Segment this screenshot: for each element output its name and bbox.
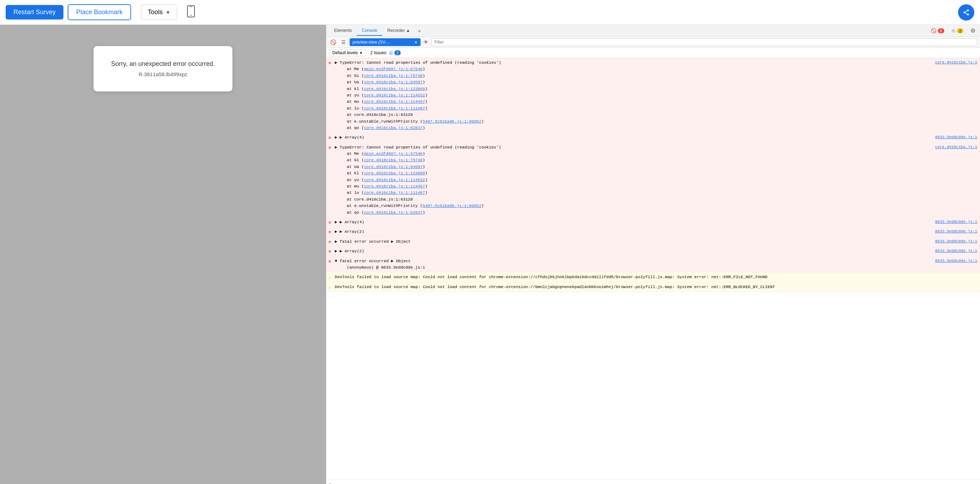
tab-elements[interactable]: Elements [329, 26, 357, 36]
console-file-link[interactable]: core.d416c1ba.js:1:123009 [364, 86, 425, 91]
console-line: ▶ TypeError: Cannot read properties of u… [335, 144, 977, 151]
console-line: at e.unstable_runWithPriority (5497.5c01… [335, 203, 977, 209]
console-file-link[interactable]: core.d416c1ba.js:1:114532 [364, 178, 425, 182]
console-file-link[interactable]: core.d416c1ba.js:1:84597 [364, 80, 423, 84]
issues-badge: 2 Issues: 🛈 2 [370, 50, 401, 56]
issues-count-badge: 2 [395, 50, 401, 55]
console-file-link[interactable]: core.d416c1ba.js:1:111487 [364, 190, 425, 195]
console-file-link[interactable]: core.d416c1ba.js:1:84597 [364, 164, 423, 169]
source-link[interactable]: 8633.5eddc0de.js:1 [935, 219, 977, 225]
context-arrow-icon: ▼ [414, 40, 418, 44]
console-line: at kl (core.d416c1ba.js:1:123009) [335, 170, 977, 177]
restart-survey-button[interactable]: Restart Survey [6, 5, 64, 19]
error-entry-icon: ⊗ [328, 248, 331, 256]
svg-line-7 [964, 13, 968, 14]
source-link[interactable]: 8633.5eddc0de.js:1 [935, 239, 977, 245]
error-icon: 🚫 [931, 28, 936, 33]
console-line: at lu (core.d416c1ba.js:1:111487) [335, 189, 977, 196]
console-file-link[interactable]: 5497.5c01ba0b.js:1:90952 [423, 204, 482, 208]
console-file-link[interactable]: core.d416c1ba.js:1:75740 [364, 158, 423, 162]
devtools-panel: Elements Console Recorder ▲ » 🚫 8 ⚠ 2 ⚙ … [326, 25, 980, 484]
console-entry: ⊗8633.5eddc0de.js:1▶ ▶ Array(4) [326, 218, 980, 227]
source-link[interactable]: 8633.5eddc0de.js:1 [935, 134, 977, 141]
console-file-link[interactable]: core.d416c1ba.js:1:114457 [364, 184, 425, 188]
place-bookmark-button[interactable]: Place Bookmark [68, 4, 131, 20]
error-count: 8 [938, 28, 944, 33]
devtools-settings-icon[interactable]: ⚙ [969, 26, 977, 35]
console-line: at Me (main.ecdfd607.js:1:67546) [335, 66, 977, 72]
console-line: at qo (core.d416c1ba.js:1:62837) [335, 209, 977, 216]
tab-console[interactable]: Console [357, 26, 382, 36]
devtools-icons-right: 🚫 8 ⚠ 2 ⚙ [929, 26, 977, 35]
console-file-link[interactable]: core.d416c1ba.js:1:75740 [364, 73, 423, 78]
error-code: R.3811a58.lb499xpz [111, 71, 215, 77]
mobile-preview-icon[interactable] [187, 5, 195, 19]
warn-count: 2 [957, 28, 963, 33]
console-file-link[interactable]: main.ecdfd607.js:1:67546 [364, 151, 423, 156]
error-entry-icon: ⊗ [328, 239, 331, 246]
tab-more-icon[interactable]: » [415, 27, 424, 35]
error-card: Sorry, an unexpected error occurred. R.3… [94, 46, 233, 91]
survey-preview-area: Sorry, an unexpected error occurred. R.3… [0, 25, 326, 484]
warn-count-badge[interactable]: ⚠ 2 [950, 27, 965, 34]
issues-icon: 🛈 [389, 50, 393, 56]
console-line: DevTools failed to load source map: Coul… [335, 274, 977, 280]
source-link[interactable]: core.d416c1ba.js:1 [935, 144, 977, 151]
console-line: (anonymous) @ 8633.5eddc0de.js:1 [335, 264, 977, 271]
console-line: at yu (core.d416c1ba.js:1:114532) [335, 92, 977, 99]
console-line: at mu (core.d416c1ba.js:1:114457) [335, 183, 977, 189]
console-line: at yu (core.d416c1ba.js:1:114532) [335, 177, 977, 183]
svg-point-1 [191, 14, 192, 16]
context-label: preview-view (SV-... [353, 40, 390, 45]
chevron-down-icon: ▼ [165, 10, 170, 15]
svg-line-6 [964, 10, 968, 13]
source-link[interactable]: core.d416c1ba.js:1 [935, 59, 977, 66]
error-entry-icon: ⊗ [328, 258, 331, 266]
console-line: at qo (core.d416c1ba.js:1:62837) [335, 125, 977, 131]
tools-label: Tools [148, 8, 162, 16]
console-file-link[interactable]: core.d416c1ba.js:1:114532 [364, 93, 425, 97]
error-count-badge[interactable]: 🚫 8 [929, 27, 946, 34]
warn-icon: ⚠ [951, 28, 956, 33]
console-line: at Me (main.ecdfd607.js:1:67546) [335, 151, 977, 157]
source-link[interactable]: 8633.5eddc0de.js:1 [935, 258, 977, 264]
console-file-link[interactable]: 5497.5c01ba0b.js:1:90952 [423, 119, 482, 124]
console-line: at e.unstable_runWithPriority (5497.5c01… [335, 118, 977, 125]
tools-dropdown[interactable]: Tools ▼ [141, 5, 177, 20]
console-line: ▼ fatal error occurred ▶ Object [335, 258, 977, 264]
console-file-link[interactable]: core.d416c1ba.js:1:62837 [364, 210, 423, 215]
eye-icon[interactable]: 👁 [423, 39, 428, 45]
console-line: ▶ ▶ Array(4) [335, 134, 977, 141]
console-line: ▶ ▶ Array(2) [335, 229, 977, 235]
main-area: Sorry, an unexpected error occurred. R.3… [0, 25, 980, 484]
console-file-link[interactable]: core.d416c1ba.js:1:62837 [364, 126, 423, 130]
console-file-link[interactable]: core.d416c1ba.js:1:114457 [364, 99, 425, 104]
console-line: at lu (core.d416c1ba.js:1:111487) [335, 105, 977, 111]
default-levels-button[interactable]: Default levels ▼ [329, 49, 366, 56]
console-line: at core.d416c1ba.js:1:63128 [335, 111, 977, 118]
console-entry: ⊗8633.5eddc0de.js:1▼ fatal error occurre… [326, 256, 980, 273]
console-file-link[interactable]: core.d416c1ba.js:1:123009 [364, 171, 425, 175]
tab-recorder[interactable]: Recorder ▲ [382, 26, 415, 36]
warn-entry-icon: ⚠ [328, 284, 331, 291]
clear-console-icon[interactable]: 🚫 [329, 38, 337, 46]
devtools-tab-bar: Elements Console Recorder ▲ » 🚫 8 ⚠ 2 ⚙ [326, 25, 980, 37]
issue-count[interactable]: 🛈 2 [389, 50, 401, 56]
share-button[interactable] [958, 4, 974, 21]
console-line: ▶ ▶ Array(4) [335, 219, 977, 225]
error-entry-icon: ⊗ [328, 145, 331, 152]
console-prompt[interactable] [326, 479, 980, 484]
console-file-link[interactable]: core.d416c1ba.js:1:111487 [364, 106, 425, 111]
toggle-sidebar-icon[interactable]: ☰ [340, 38, 347, 46]
console-line: at kl (core.d416c1ba.js:1:123009) [335, 86, 977, 92]
console-entry: ⊗core.d416c1ba.js:1▶ TypeError: Cannot r… [326, 58, 980, 133]
source-link[interactable]: 8633.5eddc0de.js:1 [935, 248, 977, 255]
source-link[interactable]: 8633.5eddc0de.js:1 [935, 229, 977, 235]
main-toolbar: Restart Survey Place Bookmark Tools ▼ [0, 0, 980, 25]
console-filter-input[interactable] [431, 38, 977, 46]
context-selector[interactable]: preview-view (SV-... ▼ [350, 38, 420, 46]
console-entry: ⚠DevTools failed to load source map: Cou… [326, 272, 980, 282]
console-output[interactable]: ⊗core.d416c1ba.js:1▶ TypeError: Cannot r… [326, 58, 980, 479]
console-file-link[interactable]: main.ecdfd607.js:1:67546 [364, 67, 423, 71]
console-entry: ⊗core.d416c1ba.js:1▶ TypeError: Cannot r… [326, 143, 980, 218]
